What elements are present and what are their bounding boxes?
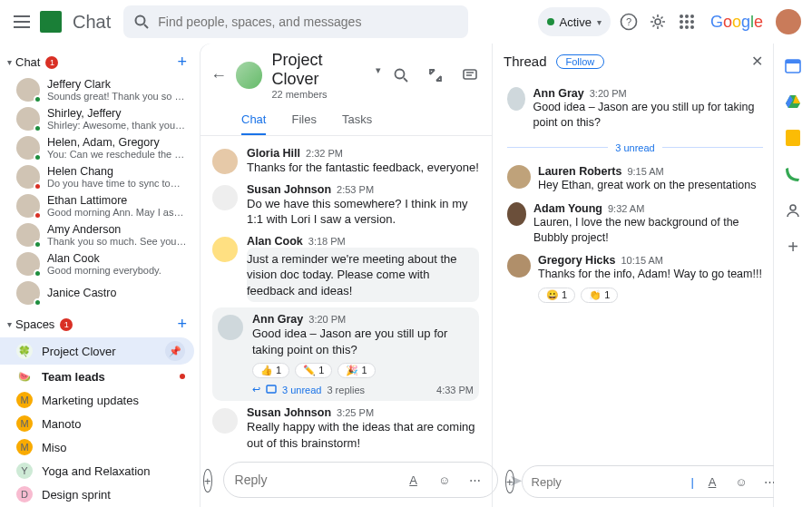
space-row[interactable]: M Manoto <box>0 412 194 435</box>
phone-icon[interactable] <box>784 165 802 183</box>
svg-point-7 <box>680 20 683 24</box>
space-name: Yoga and Relaxation <box>42 464 151 478</box>
thread-message[interactable]: Gregory Hicks10:15 AM Thanks for the inf… <box>507 249 763 307</box>
space-icon: M <box>16 439 33 455</box>
space-row[interactable]: 🍉 Team leads <box>0 365 194 388</box>
reaction[interactable]: 🎉 1 <box>338 363 375 378</box>
avatar <box>212 185 238 210</box>
compose-input[interactable] <box>235 473 394 487</box>
dm-row[interactable]: Ethan Lattimore Good morning Ann. May I … <box>0 191 194 220</box>
message[interactable]: Susan Johnson3:25 PM Really happy with t… <box>212 403 479 454</box>
reaction[interactable]: 😀 1 <box>538 288 575 303</box>
svg-point-12 <box>690 25 694 29</box>
space-name: Project Clover <box>42 345 116 358</box>
dm-row[interactable]: Jeffery Clark Sounds great! Thank you so… <box>0 75 194 104</box>
space-row[interactable]: M Miso <box>0 435 194 459</box>
message-author: Lauren Roberts <box>538 165 621 178</box>
dm-row[interactable]: Helen, Adam, Gregory You: Can we resched… <box>0 133 194 162</box>
thread-message[interactable]: Adam Young9:32 AM Lauren, I love the new… <box>507 198 763 250</box>
dm-preview: You: Can we reschedule the meeting for… <box>47 149 187 160</box>
back-button[interactable]: ← <box>210 66 227 85</box>
format-icon[interactable]: A <box>701 471 723 492</box>
profile-avatar[interactable] <box>776 9 801 34</box>
space-row[interactable]: D Design sprint <box>0 483 194 506</box>
dm-row[interactable]: Shirley, Jeffery Shirley: Awesome, thank… <box>0 104 194 133</box>
dm-row[interactable]: Helen Chang Do you have time to sync tom… <box>0 162 194 191</box>
cursor: | <box>691 475 694 489</box>
svg-point-9 <box>690 20 694 24</box>
message-author: Susan Johnson <box>247 183 331 196</box>
tab-files[interactable]: Files <box>291 107 316 135</box>
svg-point-13 <box>396 70 405 79</box>
space-row[interactable]: M Marketing updates <box>0 388 194 412</box>
thread-compose-input[interactable] <box>532 475 684 489</box>
tab-chat[interactable]: Chat <box>241 107 266 135</box>
message-body: Lauren, I love the new background of the… <box>533 215 763 246</box>
thread-summary[interactable]: ↩ 3 unread 3 replies 4:33 PM <box>252 384 474 395</box>
message[interactable]: Gloria Hill2:32 PM Thanks for the fantas… <box>212 143 479 180</box>
app-name: Chat <box>73 12 111 33</box>
space-row[interactable]: Y Yoga and Relaxation <box>0 459 194 483</box>
contacts-icon[interactable] <box>784 201 802 219</box>
menu-icon[interactable] <box>11 11 33 33</box>
help-icon[interactable]: ? <box>618 11 640 33</box>
apps-icon[interactable] <box>676 11 698 33</box>
message[interactable]: Susan Johnson2:53 PM Do we have this som… <box>212 180 479 231</box>
room-title: Project Clover <box>271 51 372 89</box>
gear-icon[interactable] <box>647 11 669 33</box>
space-icon: M <box>16 415 33 432</box>
chevron-down-icon[interactable]: ▾ <box>376 64 381 76</box>
reaction[interactable]: ✏️ 1 <box>295 363 332 378</box>
dm-row[interactable]: Alan Cook Good morning everybody. <box>0 249 194 278</box>
chat-section-header[interactable]: ▾ Chat 1 + <box>0 49 194 75</box>
close-icon[interactable]: ✕ <box>751 53 763 70</box>
message[interactable]: Ann Gray3:20 PM Good idea – Jason are yo… <box>212 307 479 401</box>
thread-compose-box[interactable]: | A ☺ ⋯ <box>522 465 774 498</box>
message-time: 10:15 AM <box>621 255 662 266</box>
new-chat-button[interactable]: + <box>177 53 187 72</box>
tab-tasks[interactable]: Tasks <box>342 107 372 135</box>
calendar-icon[interactable] <box>784 56 802 74</box>
pin-icon[interactable]: 📌 <box>165 341 185 361</box>
dm-name: Shirley, Jeffery <box>47 107 187 120</box>
svg-point-8 <box>685 20 689 24</box>
compose-box[interactable]: A ☺ ⋯ <box>223 462 498 498</box>
reaction[interactable]: 👏 1 <box>581 288 618 303</box>
search-icon <box>134 15 149 29</box>
search-box[interactable] <box>123 5 468 38</box>
space-row[interactable]: 🍀 Project Clover📌 <box>0 337 194 365</box>
emoji-icon[interactable]: ☺ <box>730 471 752 492</box>
room-members: 22 members <box>271 89 381 100</box>
format-icon[interactable]: A <box>403 469 425 491</box>
thread-icon[interactable] <box>459 64 481 86</box>
svg-point-19 <box>790 205 796 210</box>
dm-row[interactable]: Janice Castro <box>0 278 194 307</box>
add-button[interactable]: + <box>203 469 212 492</box>
dm-name: Amy Anderson <box>47 223 187 236</box>
avatar <box>212 149 238 174</box>
search-input[interactable] <box>158 15 457 29</box>
status-chip[interactable]: Active ▾ <box>538 7 611 36</box>
thread-message[interactable]: Lauren Roberts9:15 AM Hey Ethan, great w… <box>507 161 763 198</box>
dm-row[interactable]: Amy Anderson Thank you so much. See you … <box>0 220 194 249</box>
more-icon[interactable]: ⋯ <box>465 469 486 491</box>
follow-button[interactable]: Follow <box>556 54 605 69</box>
collapse-icon[interactable] <box>425 64 446 86</box>
reaction[interactable]: 👍 1 <box>252 363 289 378</box>
add-button[interactable]: + <box>505 470 514 493</box>
drive-icon[interactable] <box>784 93 802 111</box>
dm-preview: Sounds great! Thank you so much Ann! <box>47 91 187 102</box>
add-icon[interactable]: + <box>784 238 802 256</box>
spaces-section-header[interactable]: ▾ Spaces 1 + <box>0 311 194 337</box>
space-name: Miso <box>42 441 66 454</box>
more-icon[interactable]: ⋯ <box>759 471 774 492</box>
thread-message[interactable]: Ann Gray3:20 PM Good idea – Jason are yo… <box>507 83 763 135</box>
message-time: 3:20 PM <box>590 88 627 99</box>
emoji-icon[interactable]: ☺ <box>434 469 455 491</box>
keep-icon[interactable] <box>784 129 802 147</box>
message[interactable]: Alan Cook3:18 PM Just a reminder we're m… <box>212 231 479 307</box>
search-icon[interactable] <box>390 64 412 86</box>
chat-logo <box>40 11 62 33</box>
svg-point-4 <box>680 15 683 18</box>
new-space-button[interactable]: + <box>177 315 187 334</box>
